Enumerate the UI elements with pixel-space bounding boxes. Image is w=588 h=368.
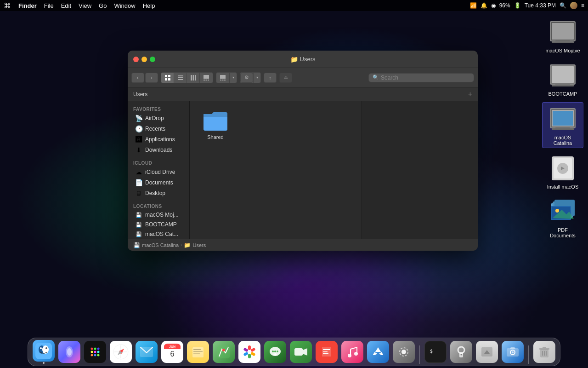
dock-news[interactable] xyxy=(315,340,339,364)
action-button[interactable]: ⚙ xyxy=(240,73,253,83)
svg-point-102 xyxy=(354,352,358,356)
minimize-button[interactable] xyxy=(141,57,147,62)
maximize-button[interactable] xyxy=(150,57,155,62)
svg-point-95 xyxy=(277,351,278,352)
sidebar-item-macos-catalina[interactable]: 💾 macOS Cat... xyxy=(130,230,187,239)
pdf-documents-icon xyxy=(548,197,577,226)
sidebar-item-documents[interactable]: 📄 Documents xyxy=(130,178,187,188)
locations-section-label: Locations xyxy=(128,202,189,210)
file-menu[interactable]: File xyxy=(44,2,54,9)
sidebar-item-bootcamp[interactable]: 💾 BOOTCAMP xyxy=(130,220,187,229)
action-dropdown-arrow[interactable]: ▾ xyxy=(253,73,260,83)
dock-launchpad[interactable] xyxy=(83,340,107,364)
view-menu[interactable]: View xyxy=(79,2,91,9)
sidebar-item-desktop[interactable]: 🖥 Desktop xyxy=(130,188,187,198)
notification-icon[interactable]: 🔔 xyxy=(481,2,487,9)
breadcrumb-users[interactable]: Users xyxy=(192,242,206,248)
dock-appstore[interactable] xyxy=(366,340,390,364)
svg-rect-30 xyxy=(168,78,170,80)
install-macos-icon xyxy=(548,154,577,183)
downloads-icon: ⬇ xyxy=(135,146,142,154)
macos-mojave-icon xyxy=(548,17,577,47)
view-gallery-button[interactable] xyxy=(200,73,213,83)
dock-terminal[interactable]: $_ xyxy=(424,340,447,364)
svg-rect-81 xyxy=(193,353,200,354)
sidebar-item-applications[interactable]: 🅰 Applications xyxy=(130,134,187,144)
svg-rect-42 xyxy=(220,80,221,80)
svg-marker-97 xyxy=(303,348,307,356)
svg-rect-13 xyxy=(553,111,573,126)
desktop-icon-macos-mojave[interactable]: macOS Mojave xyxy=(543,16,582,55)
view-column-button[interactable] xyxy=(187,73,200,83)
dock-music[interactable] xyxy=(340,340,364,364)
bluetooth-icon[interactable]: ◉ xyxy=(491,2,496,9)
view-list-button[interactable] xyxy=(174,73,187,83)
view-dropdown-arrow[interactable]: ▾ xyxy=(229,73,237,83)
file-item-shared[interactable]: Shared xyxy=(197,109,234,142)
svg-point-55 xyxy=(67,348,72,356)
sidebar-item-downloads[interactable]: ⬇ Downloads xyxy=(130,145,187,155)
sidebar-airdrop-label: AirDrop xyxy=(145,115,164,121)
dock-mail[interactable] xyxy=(135,340,158,364)
user-avatar[interactable] xyxy=(570,2,577,9)
dock-finder[interactable] xyxy=(32,340,56,364)
bootcamp-icon xyxy=(548,61,577,90)
dock-photos[interactable] xyxy=(237,340,261,364)
music-icon xyxy=(341,341,363,363)
location-label: Users xyxy=(133,91,147,98)
toolbar: ‹ › xyxy=(128,68,478,87)
airdrop-icon: 📡 xyxy=(135,115,142,122)
sidebar-item-icloud-drive[interactable]: ☁ iCloud Drive xyxy=(130,167,187,177)
macos-catalina-sidebar-icon: 💾 xyxy=(135,231,142,237)
svg-rect-35 xyxy=(192,75,194,80)
dock-calendar[interactable]: JUN 6 xyxy=(160,340,184,364)
forward-button[interactable]: › xyxy=(145,73,158,83)
dock-notes[interactable] xyxy=(186,340,210,364)
desktop-icon-install-macos[interactable]: Install macOS xyxy=(545,152,580,191)
svg-rect-99 xyxy=(323,351,328,352)
desktop-icon-macos-catalina[interactable]: macOS Catalina xyxy=(542,102,583,148)
sidebar-item-airdrop[interactable]: 📡 AirDrop xyxy=(130,113,187,123)
view-dropdown-main[interactable] xyxy=(216,73,229,83)
breadcrumb-macos-catalina[interactable]: macOS Catalina xyxy=(142,242,179,248)
svg-rect-98 xyxy=(323,349,330,350)
close-button[interactable] xyxy=(133,57,139,62)
svg-text:6: 6 xyxy=(170,350,175,358)
desktop-icon-bootcamp[interactable]: BOOTCAMP xyxy=(546,59,579,98)
share-button[interactable]: ↑ xyxy=(264,73,277,83)
dock-siri[interactable] xyxy=(57,340,81,364)
dock-separator xyxy=(419,345,420,364)
dock-image-capture[interactable] xyxy=(501,340,525,364)
add-tab-button[interactable]: + xyxy=(468,91,472,98)
svg-point-56 xyxy=(91,348,93,350)
edit-menu[interactable]: Edit xyxy=(61,2,71,9)
go-menu[interactable]: Go xyxy=(99,2,107,9)
sidebar-downloads-label: Downloads xyxy=(145,147,172,153)
desktop-icon-pdf-documents[interactable]: PDF Documents xyxy=(543,195,583,240)
window-menu[interactable]: Window xyxy=(114,2,135,9)
svg-rect-39 xyxy=(206,80,207,80)
search-input[interactable] xyxy=(381,75,470,81)
control-center-icon[interactable]: ≡ xyxy=(581,2,584,9)
help-menu[interactable]: Help xyxy=(143,2,155,9)
dock-maps[interactable] xyxy=(212,340,236,364)
dock-safari[interactable] xyxy=(109,340,133,364)
svg-rect-116 xyxy=(543,347,546,348)
maps-icon xyxy=(213,341,235,363)
dock-messages[interactable] xyxy=(263,340,287,364)
finder-menu[interactable]: Finder xyxy=(18,2,37,9)
dock-keychain[interactable] xyxy=(449,340,473,364)
apple-menu[interactable]: ⌘ xyxy=(4,1,11,10)
spotlight-icon[interactable]: 🔍 xyxy=(560,2,566,9)
macos-mojave-label: macOS Mojave xyxy=(545,48,580,53)
dock-trash[interactable] xyxy=(532,340,556,364)
dock-install-macos[interactable] xyxy=(475,340,499,364)
dock-facetime[interactable] xyxy=(289,340,313,364)
view-icon-button[interactable] xyxy=(161,73,174,83)
sidebar-item-macos-mojave[interactable]: 💾 macOS Moj... xyxy=(130,210,187,219)
dock-system-preferences[interactable] xyxy=(392,340,416,364)
sidebar-item-recents[interactable]: 🕐 Recents xyxy=(130,124,187,134)
system-preferences-icon xyxy=(393,341,415,363)
back-button[interactable]: ‹ xyxy=(131,73,144,83)
tag-button[interactable]: ⏏ xyxy=(279,73,292,83)
